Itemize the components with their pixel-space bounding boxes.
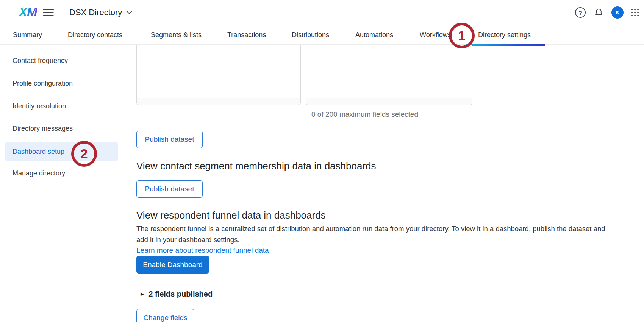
segment-membership-heading: View contact segment membership data in … [136, 160, 376, 172]
app-window: XM DSX Directory ? K Summary Directory [0, 0, 644, 322]
disclosure-triangle-icon: ▶ [141, 292, 144, 296]
sidebar-item-contact-frequency[interactable]: Contact frequency [0, 51, 123, 70]
annotation-circle-2: 2 [71, 141, 97, 167]
fields-published-disclosure[interactable]: ▶ 2 fields published [141, 289, 213, 299]
top-bar: XM DSX Directory ? K [0, 0, 644, 25]
topbar-actions: ? K [575, 0, 639, 25]
tab-workflows[interactable]: Workflows [420, 25, 451, 45]
annotation-number-1: 1 [458, 28, 465, 43]
enable-dashboard-button[interactable]: Enable Dashboard [136, 256, 209, 274]
publish-dataset-button-2[interactable]: Publish dataset [136, 180, 203, 198]
change-fields-button[interactable]: Change fields [136, 309, 194, 322]
active-tab-underline [466, 44, 545, 46]
selected-fields-list[interactable] [311, 45, 467, 98]
chevron-down-icon [127, 11, 132, 14]
selected-fields-panel-footer [306, 98, 472, 105]
available-fields-panel [136, 45, 301, 105]
help-glyph: ? [578, 9, 582, 16]
annotation-number-2: 2 [80, 146, 88, 161]
directory-name: DSX Directory [69, 8, 122, 17]
help-icon[interactable]: ? [575, 7, 586, 18]
sidebar-item-manage-directory[interactable]: Manage directory [0, 164, 123, 183]
tab-summary[interactable]: Summary [13, 25, 42, 45]
sidebar-item-profile-configuration[interactable]: Profile configuration [0, 74, 123, 93]
learn-more-link[interactable]: Learn more about respondent funnel data [136, 246, 269, 255]
fields-selected-note: 0 of 200 maximum fields selected [311, 110, 418, 119]
annotation-circle-1: 1 [449, 23, 475, 48]
tab-segments-lists[interactable]: Segments & lists [151, 25, 202, 45]
publish-dataset-button-1[interactable]: Publish dataset [136, 131, 203, 148]
selected-fields-panel [306, 45, 472, 105]
user-avatar[interactable]: K [611, 6, 624, 19]
available-fields-panel-footer [137, 98, 300, 105]
apps-grid-icon[interactable] [631, 9, 639, 17]
tab-directory-contacts[interactable]: Directory contacts [68, 25, 122, 45]
tab-automations[interactable]: Automations [355, 25, 393, 45]
tab-bar: Summary Directory contacts Segments & li… [0, 25, 644, 45]
menu-icon[interactable] [43, 9, 54, 16]
sidebar: Contact frequency Profile configuration … [0, 45, 123, 322]
directory-switcher[interactable]: DSX Directory [69, 0, 132, 25]
tab-distributions[interactable]: Distributions [292, 25, 329, 45]
fields-published-label: 2 fields published [148, 290, 213, 299]
respondent-funnel-description: The respondent funnel is a centralized s… [136, 223, 608, 245]
xm-logo[interactable]: XM [19, 5, 37, 19]
notifications-bell-icon[interactable] [593, 7, 604, 18]
available-fields-list[interactable] [142, 45, 295, 98]
sidebar-item-dashboard-setup[interactable]: Dashboard setup [5, 142, 118, 161]
respondent-funnel-heading: View respondent funnel data in dashboard… [136, 209, 326, 221]
sidebar-item-identity-resolution[interactable]: Identity resolution [0, 97, 123, 116]
tab-transactions[interactable]: Transactions [227, 25, 266, 45]
sidebar-item-directory-messages[interactable]: Directory messages [0, 119, 123, 138]
tab-directory-settings[interactable]: Directory settings [478, 25, 531, 45]
